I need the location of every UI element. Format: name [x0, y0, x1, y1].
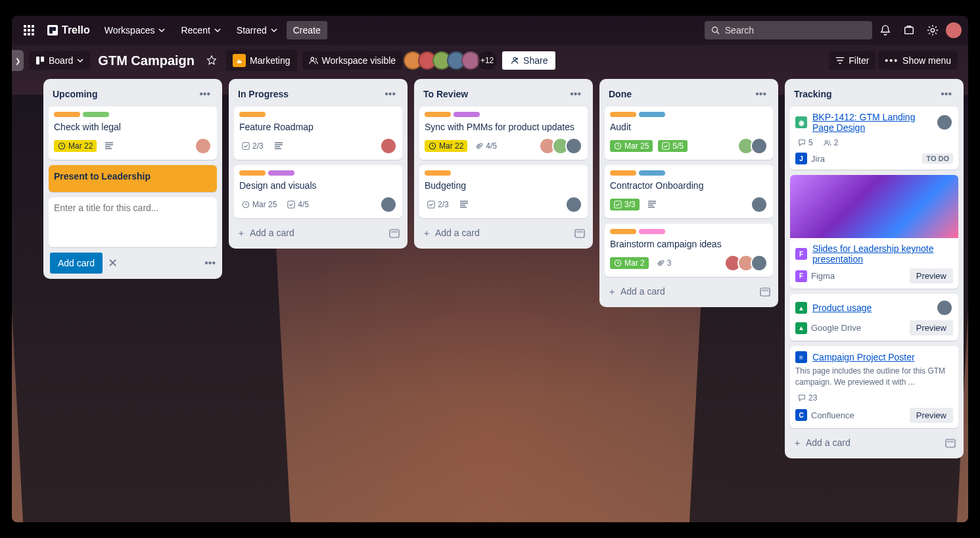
card[interactable]: Brainstorm campaign ideas Mar 2 3 [605, 224, 773, 277]
nav-recent[interactable]: Recent [174, 21, 227, 39]
label-orange[interactable] [425, 170, 451, 176]
list-title[interactable]: Done [609, 89, 632, 99]
card[interactable]: ◉ BKP-1412: GTM Landing Page Design 5 2 … [790, 107, 958, 170]
star-board-icon[interactable] [202, 51, 221, 70]
member-avatar[interactable] [380, 196, 397, 213]
member-avatar[interactable] [751, 255, 768, 272]
member-avatar[interactable] [195, 137, 212, 155]
board-canvas[interactable]: Upcoming ••• Check with legal Mar 22 Pre… [12, 76, 968, 465]
settings-icon[interactable] [922, 20, 943, 41]
user-avatar[interactable] [946, 22, 962, 38]
card[interactable]: Design and visuals Mar 25 4/5 [234, 165, 402, 218]
preview-button[interactable]: Preview [910, 408, 953, 423]
card[interactable]: ▲ Product usage ▲Google Drive Preview [790, 294, 958, 341]
share-button[interactable]: Share [502, 51, 555, 70]
search-box[interactable] [705, 21, 872, 39]
card-cover [790, 175, 958, 238]
member-avatar[interactable] [936, 299, 953, 316]
add-card-link[interactable]: ＋Add a card [790, 433, 958, 453]
plus-icon: ＋ [793, 437, 802, 448]
label-green[interactable] [83, 112, 109, 117]
create-button[interactable]: Create [287, 21, 327, 39]
label-orange[interactable] [610, 112, 636, 117]
due-badge[interactable]: Mar 22 [425, 140, 467, 152]
list-title[interactable]: To Review [423, 89, 468, 99]
list-menu-icon[interactable]: ••• [938, 87, 954, 101]
list-title[interactable]: Upcoming [53, 89, 97, 99]
board-title[interactable]: GTM Campaign [95, 53, 197, 68]
new-card-input[interactable] [54, 203, 212, 239]
notifications-icon[interactable] [875, 20, 896, 41]
member-avatar[interactable] [380, 137, 397, 155]
label-orange[interactable] [239, 170, 266, 176]
label-blue[interactable] [639, 112, 665, 117]
label-pink[interactable] [639, 229, 665, 234]
label-purple[interactable] [268, 170, 294, 176]
attachment-badge: 4/5 [473, 140, 500, 152]
due-badge[interactable]: Mar 2 [610, 257, 649, 269]
visibility-button[interactable]: Workspace visible [302, 51, 403, 70]
due-badge[interactable]: Mar 22 [54, 140, 97, 152]
label-blue[interactable] [639, 170, 665, 176]
card[interactable]: Budgeting 2/3 [419, 165, 588, 218]
card-link[interactable]: Campaign Project Poster [812, 352, 915, 362]
list-menu-icon[interactable]: ••• [197, 87, 213, 101]
add-card-link[interactable]: ＋Add a card [605, 282, 773, 302]
label-orange[interactable] [610, 229, 636, 234]
label-orange[interactable] [610, 170, 636, 176]
show-menu-button[interactable]: ••• Show menu [878, 51, 958, 70]
add-card-button[interactable]: Add card [50, 253, 103, 274]
more-members-count[interactable]: +12 [477, 51, 497, 70]
label-orange[interactable] [425, 112, 451, 117]
card[interactable]: Check with legal Mar 22 [49, 107, 217, 160]
card[interactable]: ≡ Campaign Project Poster This page incl… [790, 346, 958, 428]
workspace-link[interactable]: Marketing [226, 50, 296, 71]
filter-button[interactable]: Filter [829, 51, 875, 70]
app-switcher-icon[interactable] [18, 20, 39, 41]
due-badge[interactable]: Mar 25 [610, 140, 653, 152]
label-orange[interactable] [239, 112, 266, 117]
nav-workspaces[interactable]: Workspaces [98, 21, 172, 39]
list-menu-icon[interactable]: ••• [567, 87, 584, 101]
card[interactable]: Contractor Onboarding 3/3 [605, 165, 773, 218]
member-avatar[interactable] [751, 137, 768, 155]
label-orange[interactable] [54, 112, 80, 117]
card-selected[interactable]: Present to Leadership [49, 165, 217, 192]
board-header: ❯ Board GTM Campaign Marketing Workspace… [12, 45, 968, 76]
preview-button[interactable]: Preview [910, 268, 953, 283]
svg-rect-18 [663, 143, 669, 149]
search-input[interactable] [725, 25, 866, 36]
card[interactable]: Audit Mar 25 5/5 [605, 107, 773, 160]
list-menu-icon[interactable]: ••• [753, 87, 769, 101]
trello-logo[interactable]: Trello [42, 24, 95, 36]
list-title[interactable]: In Progress [238, 89, 289, 99]
template-icon[interactable] [760, 287, 770, 297]
compose-options-icon[interactable]: ••• [204, 257, 216, 269]
nav-starred[interactable]: Starred [230, 21, 284, 39]
card-link[interactable]: Product usage [812, 303, 872, 313]
template-icon[interactable] [389, 229, 400, 238]
card-link[interactable]: BKP-1412: GTM Landing Page Design [812, 112, 935, 133]
board-members[interactable]: +12 [408, 51, 497, 70]
label-purple[interactable] [454, 112, 480, 117]
card-link[interactable]: Slides for Leadership keynote presentati… [812, 243, 953, 264]
view-switcher[interactable]: Board [29, 51, 90, 70]
template-icon[interactable] [574, 229, 585, 238]
info-icon[interactable] [898, 20, 920, 41]
add-card-link[interactable]: ＋Add a card [234, 224, 402, 243]
list-title[interactable]: Tracking [794, 89, 832, 99]
card[interactable]: Feature Roadmap 2/3 [234, 107, 402, 160]
template-icon[interactable] [945, 439, 956, 448]
member-avatar[interactable] [565, 196, 582, 213]
sidebar-expand-icon[interactable]: ❯ [12, 50, 24, 71]
card[interactable]: Sync with PMMs for product updates Mar 2… [419, 107, 588, 160]
card[interactable]: F Slides for Leadership keynote presenta… [790, 175, 958, 289]
member-avatar[interactable] [936, 114, 953, 131]
share-icon [510, 56, 519, 65]
add-card-link[interactable]: ＋Add a card [419, 224, 588, 243]
member-avatar[interactable] [751, 196, 768, 213]
preview-button[interactable]: Preview [910, 320, 953, 335]
close-icon[interactable]: ✕ [108, 256, 118, 270]
list-menu-icon[interactable]: ••• [382, 87, 398, 101]
member-avatar[interactable] [565, 137, 582, 155]
